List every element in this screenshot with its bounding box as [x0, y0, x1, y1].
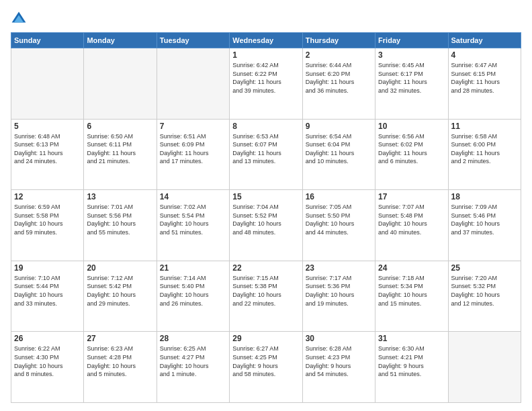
calendar-cell: 22Sunrise: 7:15 AM Sunset: 5:38 PM Dayli… — [230, 261, 302, 332]
calendar-cell: 11Sunrise: 6:58 AM Sunset: 6:00 PM Dayli… — [448, 119, 521, 190]
calendar-cell: 20Sunrise: 7:12 AM Sunset: 5:42 PM Dayli… — [84, 261, 157, 332]
day-number: 3 — [378, 50, 445, 60]
day-number: 26 — [14, 334, 81, 343]
day-info: Sunrise: 7:05 AM Sunset: 5:50 PM Dayligh… — [306, 203, 372, 236]
day-info: Sunrise: 6:22 AM Sunset: 4:30 PM Dayligh… — [14, 345, 81, 378]
day-number: 14 — [160, 192, 226, 201]
day-info: Sunrise: 7:14 AM Sunset: 5:40 PM Dayligh… — [160, 274, 226, 308]
weekday-header-thursday: Thursday — [302, 33, 375, 48]
day-number: 1 — [232, 50, 299, 60]
weekday-header-monday: Monday — [84, 33, 157, 48]
calendar-cell: 10Sunrise: 6:56 AM Sunset: 6:02 PM Dayli… — [375, 119, 448, 190]
week-row-3: 19Sunrise: 7:10 AM Sunset: 5:44 PM Dayli… — [11, 261, 521, 332]
day-info: Sunrise: 6:47 AM Sunset: 6:15 PM Dayligh… — [451, 61, 518, 95]
day-number: 23 — [306, 263, 372, 273]
calendar-cell: 5Sunrise: 6:48 AM Sunset: 6:13 PM Daylig… — [11, 119, 84, 190]
calendar-cell — [157, 48, 229, 120]
day-info: Sunrise: 6:44 AM Sunset: 6:20 PM Dayligh… — [306, 61, 372, 95]
calendar-cell: 16Sunrise: 7:05 AM Sunset: 5:50 PM Dayli… — [302, 190, 375, 261]
day-info: Sunrise: 7:15 AM Sunset: 5:38 PM Dayligh… — [232, 274, 299, 308]
day-info: Sunrise: 7:10 AM Sunset: 5:44 PM Dayligh… — [14, 274, 81, 308]
day-info: Sunrise: 6:23 AM Sunset: 4:28 PM Dayligh… — [87, 345, 153, 378]
calendar-cell: 3Sunrise: 6:45 AM Sunset: 6:17 PM Daylig… — [375, 48, 448, 120]
day-info: Sunrise: 6:51 AM Sunset: 6:09 PM Dayligh… — [160, 132, 226, 166]
day-info: Sunrise: 6:25 AM Sunset: 4:27 PM Dayligh… — [160, 345, 226, 378]
calendar-cell: 29Sunrise: 6:27 AM Sunset: 4:25 PM Dayli… — [230, 332, 302, 403]
day-info: Sunrise: 6:45 AM Sunset: 6:17 PM Dayligh… — [378, 61, 445, 95]
calendar-cell — [448, 332, 521, 403]
day-info: Sunrise: 6:28 AM Sunset: 4:23 PM Dayligh… — [306, 345, 372, 378]
day-info: Sunrise: 7:07 AM Sunset: 5:48 PM Dayligh… — [378, 203, 445, 236]
calendar-cell: 12Sunrise: 6:59 AM Sunset: 5:58 PM Dayli… — [11, 190, 84, 261]
weekday-header-sunday: Sunday — [11, 33, 84, 48]
day-info: Sunrise: 7:04 AM Sunset: 5:52 PM Dayligh… — [232, 203, 299, 236]
day-number: 6 — [87, 122, 153, 131]
day-number: 15 — [232, 192, 299, 201]
week-row-1: 5Sunrise: 6:48 AM Sunset: 6:13 PM Daylig… — [11, 119, 521, 190]
calendar-cell: 9Sunrise: 6:54 AM Sunset: 6:04 PM Daylig… — [302, 119, 375, 190]
day-info: Sunrise: 7:01 AM Sunset: 5:56 PM Dayligh… — [87, 203, 153, 236]
day-number: 17 — [378, 192, 445, 201]
day-info: Sunrise: 7:02 AM Sunset: 5:54 PM Dayligh… — [160, 203, 226, 236]
calendar-cell: 19Sunrise: 7:10 AM Sunset: 5:44 PM Dayli… — [11, 261, 84, 332]
calendar-cell: 7Sunrise: 6:51 AM Sunset: 6:09 PM Daylig… — [157, 119, 229, 190]
calendar-table: SundayMondayTuesdayWednesdayThursdayFrid… — [11, 32, 521, 403]
day-info: Sunrise: 7:18 AM Sunset: 5:34 PM Dayligh… — [378, 274, 445, 308]
calendar-cell: 28Sunrise: 6:25 AM Sunset: 4:27 PM Dayli… — [157, 332, 229, 403]
calendar-cell: 6Sunrise: 6:50 AM Sunset: 6:11 PM Daylig… — [84, 119, 157, 190]
day-info: Sunrise: 6:56 AM Sunset: 6:02 PM Dayligh… — [378, 132, 445, 166]
calendar-cell — [11, 48, 84, 120]
calendar-cell: 18Sunrise: 7:09 AM Sunset: 5:46 PM Dayli… — [448, 190, 521, 261]
day-number: 30 — [306, 334, 372, 343]
day-number: 31 — [378, 334, 445, 343]
calendar-cell: 25Sunrise: 7:20 AM Sunset: 5:32 PM Dayli… — [448, 261, 521, 332]
day-info: Sunrise: 7:09 AM Sunset: 5:46 PM Dayligh… — [451, 203, 518, 236]
calendar-cell: 30Sunrise: 6:28 AM Sunset: 4:23 PM Dayli… — [302, 332, 375, 403]
calendar-cell: 1Sunrise: 6:42 AM Sunset: 6:22 PM Daylig… — [230, 48, 302, 120]
logo — [11, 11, 30, 27]
calendar-cell: 17Sunrise: 7:07 AM Sunset: 5:48 PM Dayli… — [375, 190, 448, 261]
day-number: 21 — [160, 263, 226, 273]
day-info: Sunrise: 6:42 AM Sunset: 6:22 PM Dayligh… — [232, 61, 299, 95]
day-info: Sunrise: 6:27 AM Sunset: 4:25 PM Dayligh… — [232, 345, 299, 378]
day-number: 29 — [232, 334, 299, 343]
calendar-cell — [84, 48, 157, 120]
day-info: Sunrise: 6:30 AM Sunset: 4:21 PM Dayligh… — [378, 345, 445, 378]
day-number: 4 — [451, 50, 518, 60]
page: SundayMondayTuesdayWednesdayThursdayFrid… — [0, 0, 532, 411]
day-info: Sunrise: 6:54 AM Sunset: 6:04 PM Dayligh… — [306, 132, 372, 166]
day-number: 13 — [87, 192, 153, 201]
day-number: 8 — [232, 122, 299, 131]
day-info: Sunrise: 7:20 AM Sunset: 5:32 PM Dayligh… — [451, 274, 518, 308]
day-info: Sunrise: 6:59 AM Sunset: 5:58 PM Dayligh… — [14, 203, 81, 236]
weekday-header-friday: Friday — [375, 33, 448, 48]
day-number: 20 — [87, 263, 153, 273]
day-number: 12 — [14, 192, 81, 201]
day-number: 9 — [306, 122, 372, 131]
day-number: 5 — [14, 122, 81, 131]
day-info: Sunrise: 7:12 AM Sunset: 5:42 PM Dayligh… — [87, 274, 153, 308]
day-number: 11 — [451, 122, 518, 131]
day-info: Sunrise: 6:48 AM Sunset: 6:13 PM Dayligh… — [14, 132, 81, 166]
calendar-cell: 24Sunrise: 7:18 AM Sunset: 5:34 PM Dayli… — [375, 261, 448, 332]
calendar-cell: 2Sunrise: 6:44 AM Sunset: 6:20 PM Daylig… — [302, 48, 375, 120]
calendar-cell: 26Sunrise: 6:22 AM Sunset: 4:30 PM Dayli… — [11, 332, 84, 403]
weekday-header-saturday: Saturday — [448, 33, 521, 48]
day-number: 10 — [378, 122, 445, 131]
day-number: 27 — [87, 334, 153, 343]
calendar-cell: 23Sunrise: 7:17 AM Sunset: 5:36 PM Dayli… — [302, 261, 375, 332]
day-number: 2 — [306, 50, 372, 60]
calendar-cell: 14Sunrise: 7:02 AM Sunset: 5:54 PM Dayli… — [157, 190, 229, 261]
day-number: 19 — [14, 263, 81, 273]
calendar-cell: 8Sunrise: 6:53 AM Sunset: 6:07 PM Daylig… — [230, 119, 302, 190]
weekday-header-wednesday: Wednesday — [230, 33, 302, 48]
week-row-0: 1Sunrise: 6:42 AM Sunset: 6:22 PM Daylig… — [11, 48, 521, 120]
calendar-cell: 15Sunrise: 7:04 AM Sunset: 5:52 PM Dayli… — [230, 190, 302, 261]
week-row-2: 12Sunrise: 6:59 AM Sunset: 5:58 PM Dayli… — [11, 190, 521, 261]
day-info: Sunrise: 6:53 AM Sunset: 6:07 PM Dayligh… — [232, 132, 299, 166]
header — [11, 8, 521, 27]
day-info: Sunrise: 7:17 AM Sunset: 5:36 PM Dayligh… — [306, 274, 372, 308]
day-info: Sunrise: 6:50 AM Sunset: 6:11 PM Dayligh… — [87, 132, 153, 166]
calendar-cell: 4Sunrise: 6:47 AM Sunset: 6:15 PM Daylig… — [448, 48, 521, 120]
calendar-cell: 27Sunrise: 6:23 AM Sunset: 4:28 PM Dayli… — [84, 332, 157, 403]
